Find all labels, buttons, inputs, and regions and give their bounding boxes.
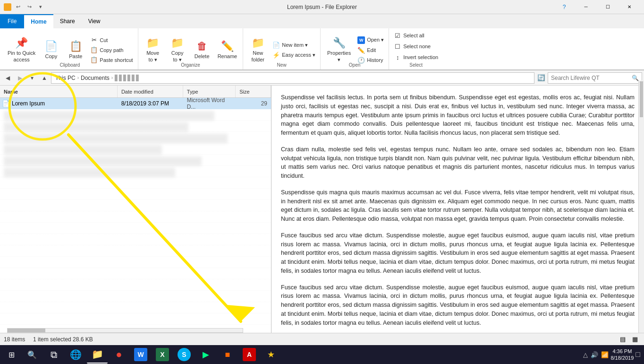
address-path[interactable]: This PC › Documents › ▋▋▋▋▋▋ [51, 72, 534, 84]
redo-button[interactable]: ↪ [25, 2, 34, 12]
delete-button[interactable]: 🗑 Delete [190, 34, 214, 66]
qat-customize-button[interactable]: ▾ [36, 2, 45, 12]
taskbar-taskview[interactable]: ⧉ [43, 346, 64, 364]
col-header-name[interactable]: Name [0, 86, 118, 97]
taskbar-tray: △ 🔊 📶 4:36 PM 8/18/2019 □ [579, 348, 644, 362]
invertselection-button[interactable]: ↕ Invert selection [392, 53, 440, 62]
horizontal-scrollbar[interactable] [7, 328, 243, 333]
taskbar-time[interactable]: 4:36 PM 8/18/2019 [610, 348, 634, 362]
paste-button[interactable]: 📋 Paste [64, 34, 87, 66]
path-documents: Documents [81, 75, 110, 81]
window-title: Lorem Ipsum - File Explorer [287, 4, 357, 10]
acrobat-icon: A [243, 348, 256, 361]
tab-home[interactable]: Home [24, 14, 53, 28]
file-list-empty-area [0, 109, 271, 347]
system-tray: △ 🔊 📶 [583, 351, 609, 358]
preview-para-4: Fusce faucibus sed arcu vitae dictum. Su… [281, 231, 635, 276]
back-button[interactable]: ◀ [2, 72, 13, 84]
properties-button[interactable]: 🔧 Properties▾ [323, 34, 355, 66]
title-bar-left: ↩ ↪ ▾ [4, 2, 45, 12]
scrollbar-thumb[interactable] [639, 80, 644, 118]
edge-icon: 🌐 [70, 349, 82, 360]
detailview-button[interactable]: ▦ [630, 334, 640, 345]
col-header-type[interactable]: Type [183, 86, 236, 97]
open-button[interactable]: W Open ▾ [356, 35, 386, 45]
taskbar-app3[interactable]: ★ [261, 346, 281, 364]
preview-pane: Suspendisse vel facilisis lectus. In por… [271, 86, 644, 347]
newitem-icon: 📄 [272, 42, 280, 49]
tab-file[interactable]: File [0, 14, 24, 28]
ribbon-content: 📌 Pin to Quickaccess 📄 Copy 📋 Paste ✂ [0, 28, 644, 70]
taskbar-acrobat[interactable]: A [239, 346, 260, 364]
taskbar-fileexplorer[interactable]: 📁 [87, 346, 108, 364]
file-item[interactable]: 📄 Lorem Ipsum 8/18/2019 3:07 PM Microsof… [0, 98, 271, 109]
taskbar-chrome[interactable]: ● [109, 346, 129, 364]
main-area: Name Date modified Type Size 📄 Lorem Ips… [0, 86, 644, 347]
start-button[interactable]: ⊞ [0, 345, 23, 364]
cut-button[interactable]: ✂ Cut [88, 35, 135, 44]
listview-button[interactable]: ▤ [618, 334, 628, 345]
scrollbar-track[interactable] [638, 80, 644, 345]
col-header-size[interactable]: Size [236, 86, 271, 97]
taskbar-search-button[interactable]: 🔍 [23, 345, 42, 364]
file-name-label: Lorem Ipsum [12, 100, 45, 107]
file-list: Name Date modified Type Size 📄 Lorem Ips… [0, 86, 271, 347]
preview-para-2: Cras diam nulla, molestie sed felis vel,… [281, 145, 635, 181]
pin-to-quickaccess-button[interactable]: 📌 Pin to Quickaccess [5, 34, 38, 66]
new-label: New [243, 62, 320, 68]
path-current: ▋▋▋▋▋▋ [115, 75, 140, 81]
easyaccess-button[interactable]: ⚡ Easy access ▾ [271, 51, 317, 60]
col-header-date[interactable]: Date modified [118, 86, 183, 97]
newitem-button[interactable]: 📄 New item ▾ [271, 41, 317, 50]
undo-button[interactable]: ↩ [13, 2, 23, 12]
selectnone-icon: ☐ [394, 43, 401, 50]
taskbar-skype[interactable]: S [174, 346, 195, 364]
moveto-button[interactable]: 📁 Moveto ▾ [141, 34, 165, 66]
organize-group: 📁 Moveto ▾ 📁 Copyto ▾ 🗑 Delete ✏️ Rename… [138, 28, 244, 69]
paste-icon: 📋 [69, 40, 82, 52]
easyaccess-icon: ⚡ [272, 52, 280, 59]
forward-button[interactable]: ▶ [14, 72, 25, 84]
minimize-button[interactable]: ─ [575, 0, 597, 14]
tab-view[interactable]: View [82, 14, 107, 28]
notification-icon[interactable]: □ [636, 350, 640, 359]
tray-network-icon[interactable]: 📶 [601, 351, 609, 358]
copypath-icon: 📋 [90, 46, 98, 53]
rename-button[interactable]: ✏️ Rename [215, 34, 240, 66]
copypath-button[interactable]: 📋 Copy path [88, 45, 135, 54]
tray-notify-icon[interactable]: △ [583, 351, 588, 358]
newfolder-icon: 📁 [252, 37, 264, 49]
tab-share[interactable]: Share [53, 14, 82, 28]
copyto-button[interactable]: 📁 Copyto ▾ [166, 34, 189, 66]
refresh-button[interactable]: 🔄 [535, 72, 547, 84]
search-input[interactable] [551, 75, 630, 81]
selectnone-button[interactable]: ☐ Select none [392, 42, 440, 51]
open-label: Open [321, 62, 389, 68]
close-button[interactable]: ✕ [619, 0, 640, 14]
horizontal-scrollbar-thumb[interactable] [8, 329, 45, 332]
file-icon: 📄 [2, 100, 10, 107]
app2-icon: ■ [225, 350, 230, 360]
taskbar-word[interactable]: W [130, 346, 151, 364]
copyto-icon: 📁 [171, 37, 184, 49]
open-group: 🔧 Properties▾ W Open ▾ ✏️ Edit 🕐 History [321, 28, 389, 69]
preview-para-3: Suspendisse quis magna quis mauris maxim… [281, 188, 635, 224]
excel-icon: X [156, 348, 169, 361]
taskbar-edge[interactable]: 🌐 [65, 346, 86, 364]
help-button[interactable]: ? [553, 0, 575, 14]
fileexplorer-icon: 📁 [92, 348, 103, 360]
taskbar-excel[interactable]: X [152, 346, 173, 364]
copy-button[interactable]: 📄 Copy [39, 34, 63, 66]
tray-volume-icon[interactable]: 🔊 [591, 351, 598, 358]
maximize-button[interactable]: ☐ [597, 0, 619, 14]
ribbon-tabs: File Home Share View [0, 14, 644, 28]
newfolder-button[interactable]: 📁 Newfolder [246, 34, 270, 66]
taskbar-app1[interactable]: ▶ [195, 346, 216, 364]
taskbar-app2[interactable]: ■ [217, 346, 238, 364]
word-icon: W [134, 348, 147, 361]
file-item-name: 📄 Lorem Ipsum [0, 100, 118, 107]
recent-locations-button[interactable]: ▾ [26, 72, 38, 84]
selectall-button[interactable]: ☑ Select all [392, 31, 440, 40]
up-button[interactable]: ▲ [39, 72, 50, 84]
edit-button[interactable]: ✏️ Edit [356, 46, 386, 55]
